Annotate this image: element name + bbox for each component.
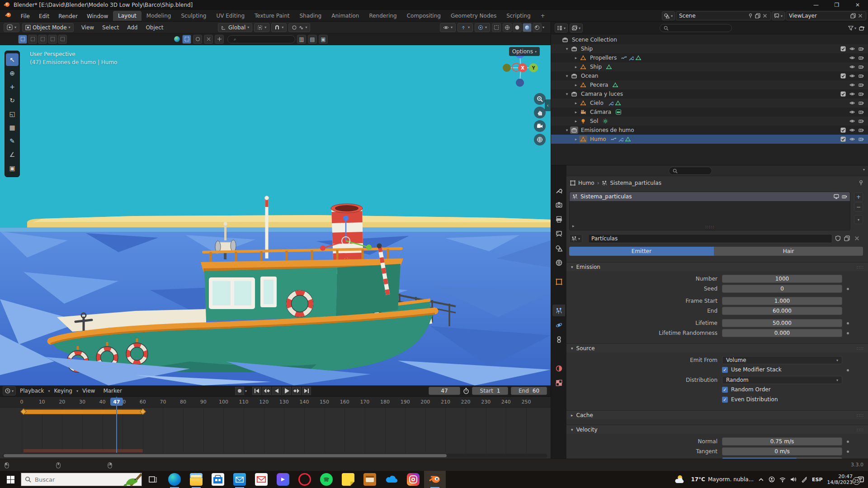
eye-icon[interactable] — [849, 136, 855, 142]
tab-modeling[interactable]: Modeling — [142, 11, 176, 21]
new-scene-icon[interactable] — [755, 13, 760, 19]
tab-geometry-nodes[interactable]: Geometry Nodes — [446, 11, 501, 21]
viewlayer-browse-button[interactable]: ▾ — [772, 11, 785, 20]
outliner-label[interactable]: Scene Collection — [572, 37, 617, 43]
pen-icon[interactable] — [801, 476, 807, 483]
outliner-row-ship[interactable]: ▸Ship — [551, 62, 868, 71]
outliner-row-sol[interactable]: ▸Sol — [551, 117, 868, 126]
language-indicator[interactable]: ESP — [812, 477, 823, 483]
expand-closed-icon[interactable]: ▸ — [573, 56, 579, 60]
viewport-menu-add[interactable]: Add — [123, 24, 142, 31]
taskbar-icon-gmail[interactable] — [250, 471, 272, 488]
outliner-row-cielo[interactable]: ▸Cielo — [551, 99, 868, 108]
properties-search-input[interactable] — [669, 167, 712, 175]
properties-tab-viewlayer[interactable] — [552, 228, 565, 239]
tool-transform[interactable]: ▦ — [6, 121, 19, 134]
weather-text[interactable]: 17°C Mayorm. nubla... — [691, 476, 754, 483]
render-visibility-icon[interactable] — [859, 55, 864, 61]
tab-animation[interactable]: Animation — [326, 11, 364, 21]
render-icon[interactable] — [842, 194, 847, 199]
tab-shading[interactable]: Shading — [294, 11, 326, 21]
field-lifetime-randomness[interactable]: 0.000 — [722, 329, 842, 337]
render-visibility-icon[interactable] — [859, 91, 864, 97]
expand-closed-icon[interactable]: ▸ — [573, 83, 579, 87]
taskbar-icon-clipchamp[interactable] — [272, 471, 294, 488]
current-frame-field[interactable]: 47 — [429, 387, 460, 395]
wrench-icon[interactable] — [618, 136, 623, 142]
shading-solid-button[interactable] — [513, 23, 522, 32]
weather-icon[interactable] — [675, 474, 686, 484]
axis-x-label[interactable]: X — [521, 66, 524, 70]
outliner-filter-mode[interactable]: ▾ — [570, 23, 583, 33]
properties-tab-physics[interactable] — [552, 319, 565, 331]
taskbar-icon-store[interactable] — [207, 471, 229, 488]
tool-annotate[interactable]: ✎ — [6, 135, 19, 147]
material-ball-icon[interactable] — [174, 36, 180, 42]
wifi-icon[interactable] — [779, 476, 786, 483]
show-object-types-button[interactable]: ▾ — [440, 23, 456, 32]
mode-selector[interactable]: Object Mode▾ — [22, 23, 74, 32]
3d-viewport[interactable]: X Y Z User Perspective (47) Emisiones de… — [0, 45, 551, 385]
section-header-cache[interactable]: ▸Cache:::: — [566, 410, 868, 419]
menu-render[interactable]: Render — [54, 11, 82, 22]
outliner-row-cámara[interactable]: ▸Cámara — [551, 108, 868, 117]
taskbar-icon-ring[interactable] — [294, 471, 316, 488]
tab-layout[interactable]: Layout — [113, 11, 142, 21]
meshdata-icon[interactable] — [613, 82, 618, 88]
breadcrumb-data[interactable]: Sistema_particulas — [610, 180, 661, 186]
field-seed[interactable]: 0 — [722, 285, 842, 293]
jump-end-button[interactable] — [302, 387, 311, 395]
properties-tab-object[interactable] — [552, 276, 565, 287]
exclude-checkbox[interactable] — [840, 73, 846, 79]
meshdata-icon[interactable] — [615, 100, 621, 106]
select-mode-intersect[interactable] — [58, 35, 67, 44]
tab-rendering[interactable]: Rendering — [364, 11, 401, 21]
taskbar-icon-explorer[interactable] — [185, 471, 207, 488]
axis-y-label[interactable]: Y — [531, 66, 535, 70]
field-lifetime[interactable]: 50.000 — [722, 319, 842, 327]
properties-tab-data[interactable] — [552, 348, 565, 360]
expand-closed-icon[interactable]: ▸ — [573, 137, 579, 141]
jump-start-button[interactable] — [252, 387, 261, 395]
field-end[interactable]: 60.000 — [722, 307, 842, 315]
meshdata-icon[interactable] — [625, 136, 631, 142]
close-button[interactable]: ✕ — [847, 0, 868, 10]
properties-tab-world[interactable] — [552, 257, 565, 268]
eye-icon[interactable] — [849, 127, 855, 133]
volume-icon[interactable] — [790, 476, 797, 483]
tool-move[interactable]: + — [6, 80, 19, 93]
expand-closed-icon[interactable]: ▸ — [573, 110, 579, 114]
frame-start-field[interactable]: Start1 — [472, 387, 508, 395]
hair-tab[interactable]: Hair — [714, 247, 863, 256]
section-header-velocity[interactable]: ▾Velocity:::: — [566, 425, 868, 434]
auto-key-record-button[interactable] — [235, 387, 244, 395]
properties-tab-texture[interactable] — [552, 377, 565, 389]
maximize-button[interactable]: ❐ — [826, 0, 847, 10]
outliner-row-ocean[interactable]: ▾Ocean — [551, 71, 868, 80]
eye-icon[interactable] — [849, 91, 855, 97]
scene-selector[interactable]: Scene — [676, 11, 771, 20]
blender-menu-logo-icon[interactable] — [5, 12, 12, 19]
options-button[interactable]: Options▾ — [509, 47, 540, 56]
timeline-menu-keying[interactable]: Keying — [50, 388, 76, 394]
outliner-label[interactable]: Cielo — [590, 100, 604, 106]
list-grip[interactable]: ::::: — [705, 225, 714, 229]
properties-tab-output[interactable] — [552, 213, 565, 225]
new-collection-icon[interactable] — [859, 25, 865, 31]
minimize-button[interactable]: — — [806, 0, 826, 10]
outliner-label[interactable]: Ship — [581, 46, 593, 52]
expand-closed-icon[interactable]: ▸ — [573, 65, 579, 69]
menu-window[interactable]: Window — [82, 11, 113, 22]
gizmos-button[interactable]: ▾ — [458, 23, 473, 32]
viewport-menu-view[interactable]: View — [77, 24, 98, 31]
add-particle-system-button[interactable]: + — [854, 192, 863, 202]
outliner-row-ship[interactable]: ▾Ship — [551, 44, 868, 53]
snap-magnet-button[interactable]: ▾ — [271, 23, 287, 32]
properties-tab-modifiers[interactable] — [552, 290, 565, 302]
taskbar-icon-task-view[interactable] — [142, 471, 164, 488]
outliner-label[interactable]: Pecera — [590, 82, 608, 88]
outliner-row-pecera[interactable]: ▸Pecera — [551, 80, 868, 89]
expand-open-icon[interactable]: ▾ — [564, 92, 570, 96]
exclude-checkbox[interactable] — [840, 46, 846, 52]
menu-file[interactable]: File — [16, 11, 34, 22]
